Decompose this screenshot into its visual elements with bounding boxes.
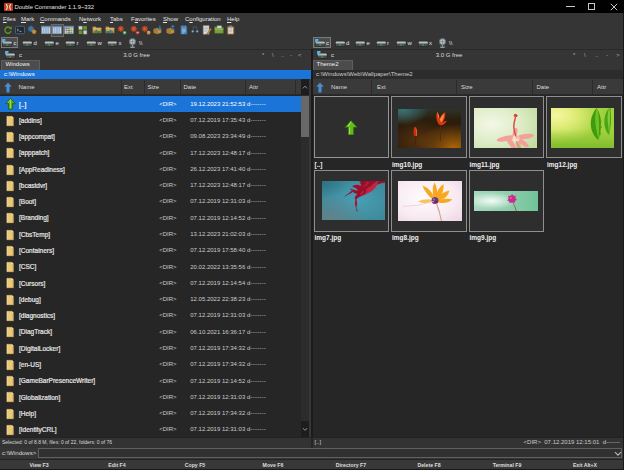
svg-text:?: ?: [148, 31, 150, 35]
